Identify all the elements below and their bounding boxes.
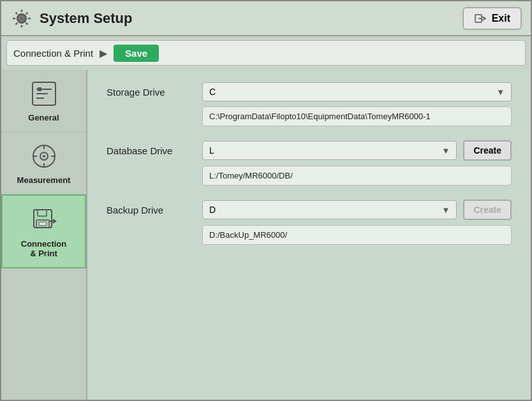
backup-drive-select[interactable]: D ▼ xyxy=(202,200,457,219)
save-button[interactable]: Save xyxy=(114,45,159,62)
svg-point-2 xyxy=(20,16,24,20)
svg-rect-9 xyxy=(38,87,41,91)
sidebar-item-general[interactable]: General xyxy=(1,69,86,132)
database-drive-path-input[interactable] xyxy=(202,166,512,186)
sidebar: General Measurement xyxy=(1,69,87,400)
window-title: System Setup xyxy=(40,10,133,27)
breadcrumb-label: Connection & Print xyxy=(13,48,93,59)
backup-drive-path-row xyxy=(202,225,512,245)
connection-print-icon xyxy=(29,205,59,235)
storage-drive-group: Storage Drive C ▼ xyxy=(107,82,512,126)
database-drive-row: Database Drive L ▼ Create xyxy=(107,140,512,161)
svg-rect-18 xyxy=(38,210,47,216)
storage-drive-path-input[interactable] xyxy=(202,106,512,126)
title-left: System Setup xyxy=(10,7,133,30)
backup-drive-path-input[interactable] xyxy=(202,225,512,245)
storage-drive-label: Storage Drive xyxy=(107,87,196,98)
database-create-button[interactable]: Create xyxy=(463,140,512,161)
database-drive-arrow-icon: ▼ xyxy=(442,146,450,156)
storage-drive-row: Storage Drive C ▼ xyxy=(107,82,512,101)
backup-drive-group: Backup Drive D ▼ Create xyxy=(107,200,512,245)
breadcrumb-arrow-icon: ▶ xyxy=(100,47,107,59)
general-icon xyxy=(29,78,59,109)
sidebar-item-connection-print[interactable]: Connection& Print xyxy=(1,194,86,268)
backup-drive-value: D xyxy=(209,205,216,215)
breadcrumb-bar: Connection & Print ▶ Save xyxy=(6,40,526,66)
measurement-icon xyxy=(29,141,59,171)
backup-drive-arrow-icon: ▼ xyxy=(442,205,450,215)
exit-icon xyxy=(474,12,487,25)
svg-point-16 xyxy=(43,155,45,157)
sidebar-item-measurement[interactable]: Measurement xyxy=(1,132,86,194)
storage-drive-path-row xyxy=(202,106,512,126)
main-area: General Measurement xyxy=(1,69,531,400)
backup-drive-label: Backup Drive xyxy=(107,205,196,215)
title-bar: System Setup Exit xyxy=(1,1,531,36)
storage-drive-arrow-icon: ▼ xyxy=(496,87,505,97)
exit-button[interactable]: Exit xyxy=(462,7,522,30)
system-setup-window: System Setup Exit Connection & Print ▶ S… xyxy=(0,0,532,401)
storage-drive-select[interactable]: C ▼ xyxy=(202,82,512,101)
content-panel: Storage Drive C ▼ Database Drive L ▼ xyxy=(87,69,531,400)
gear-icon xyxy=(10,7,33,30)
database-drive-value: L xyxy=(209,145,214,156)
backup-drive-row: Backup Drive D ▼ Create xyxy=(107,200,512,220)
sidebar-measurement-label: Measurement xyxy=(17,175,71,185)
database-drive-label: Database Drive xyxy=(107,145,196,156)
sidebar-connection-label: Connection& Print xyxy=(21,239,67,258)
backup-create-button[interactable]: Create xyxy=(463,200,512,220)
database-drive-path-row xyxy=(202,166,512,186)
database-drive-group: Database Drive L ▼ Create xyxy=(107,140,512,186)
svg-rect-20 xyxy=(39,222,47,226)
sidebar-general-label: General xyxy=(28,113,59,122)
database-drive-select[interactable]: L ▼ xyxy=(202,141,457,160)
storage-drive-value: C xyxy=(209,87,216,97)
